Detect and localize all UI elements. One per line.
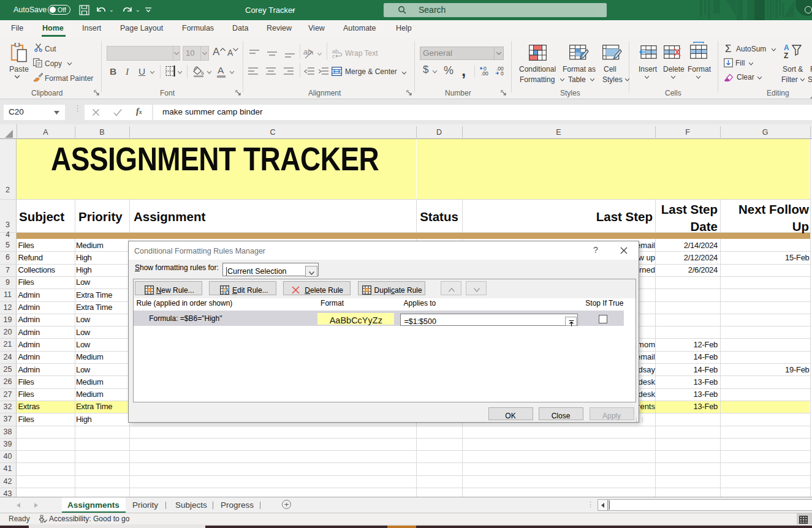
svg-text:.00: .00 [481,70,488,76]
svg-text:c: c [332,53,335,58]
svg-text:ab: ab [303,48,312,56]
svg-text:0: 0 [501,70,504,76]
svg-text:Z: Z [784,51,788,59]
